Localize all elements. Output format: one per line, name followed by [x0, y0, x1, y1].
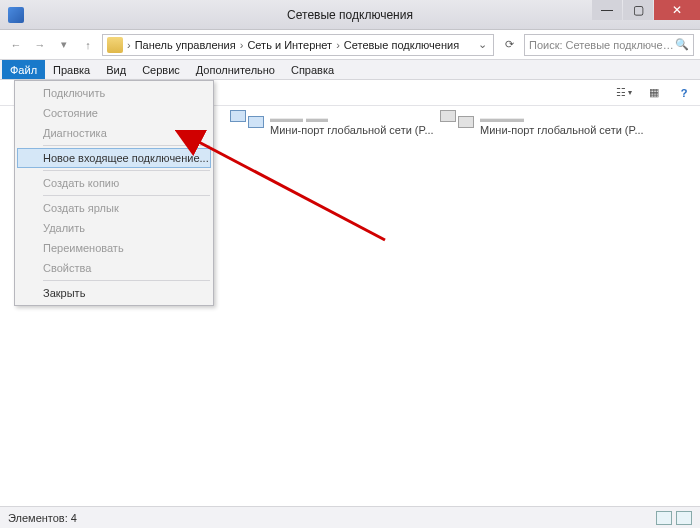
minimize-button[interactable]: —: [592, 0, 622, 20]
search-input[interactable]: Поиск: Сетевые подключения 🔍: [524, 34, 694, 56]
menu-item-rename[interactable]: Переименовать: [17, 238, 211, 258]
menubar: Файл Правка Вид Сервис Дополнительно Спр…: [0, 60, 700, 80]
menu-item-diagnostics[interactable]: Диагностика: [17, 123, 211, 143]
menu-separator: [43, 170, 210, 171]
connection-text: ▬▬▬ ▬▬ Мини-порт глобальной сети (P...: [270, 112, 434, 136]
chevron-right-icon: ›: [334, 39, 342, 51]
details-view-icon[interactable]: [656, 511, 672, 525]
icons-view-icon[interactable]: [676, 511, 692, 525]
window-title: Сетевые подключения: [287, 8, 413, 22]
connection-title: ▬▬▬▬: [480, 112, 644, 124]
connection-item[interactable]: ▬▬▬ ▬▬ Мини-порт глобальной сети (P...: [230, 110, 430, 138]
menu-item-close[interactable]: Закрыть: [17, 283, 211, 303]
help-button[interactable]: ?: [676, 85, 692, 101]
nav-history-dropdown[interactable]: ▾: [54, 35, 74, 55]
status-text: Элементов: 4: [8, 512, 77, 524]
search-icon: 🔍: [675, 38, 689, 51]
menu-separator: [43, 280, 210, 281]
menu-tools[interactable]: Сервис: [134, 60, 188, 79]
connection-item[interactable]: ▬▬▬▬ Мини-порт глобальной сети (P...: [440, 110, 640, 138]
menu-item-new-incoming-connection[interactable]: Новое входящее подключение...: [17, 148, 211, 168]
titlebar: Сетевые подключения — ▢ ✕: [0, 0, 700, 30]
layout-button[interactable]: ▦: [646, 85, 662, 101]
menu-item-copy[interactable]: Создать копию: [17, 173, 211, 193]
network-connection-icon: [440, 110, 474, 138]
menu-item-status[interactable]: Состояние: [17, 103, 211, 123]
breadcrumb-segment[interactable]: Сеть и Интернет: [247, 39, 332, 51]
breadcrumb-dropdown[interactable]: ⌄: [476, 38, 489, 51]
menu-extra[interactable]: Дополнительно: [188, 60, 283, 79]
file-menu-dropdown: Подключить Состояние Диагностика Новое в…: [14, 80, 214, 306]
menu-help[interactable]: Справка: [283, 60, 342, 79]
maximize-button[interactable]: ▢: [623, 0, 653, 20]
connection-subtitle: Мини-порт глобальной сети (P...: [480, 124, 644, 136]
menu-edit[interactable]: Правка: [45, 60, 98, 79]
nav-row: ← → ▾ ↑ › Панель управления › Сеть и Инт…: [0, 30, 700, 60]
view-mode-button[interactable]: ☷▾: [616, 85, 632, 101]
menu-view[interactable]: Вид: [98, 60, 134, 79]
status-bar: Элементов: 4: [0, 506, 700, 528]
window-controls: — ▢ ✕: [591, 0, 700, 20]
menu-separator: [43, 145, 210, 146]
nav-forward-button[interactable]: →: [30, 35, 50, 55]
network-connection-icon: [230, 110, 264, 138]
breadcrumb-segment[interactable]: Сетевые подключения: [344, 39, 459, 51]
menu-item-shortcut[interactable]: Создать ярлык: [17, 198, 211, 218]
menu-file[interactable]: Файл: [2, 60, 45, 79]
menu-separator: [43, 195, 210, 196]
breadcrumb-segment[interactable]: Панель управления: [135, 39, 236, 51]
chevron-right-icon: ›: [125, 39, 133, 51]
menu-item-delete[interactable]: Удалить: [17, 218, 211, 238]
search-placeholder: Поиск: Сетевые подключения: [529, 39, 675, 51]
connection-subtitle: Мини-порт глобальной сети (P...: [270, 124, 434, 136]
refresh-button[interactable]: ⟳: [498, 38, 520, 51]
connection-title: ▬▬▬ ▬▬: [270, 112, 434, 124]
nav-back-button[interactable]: ←: [6, 35, 26, 55]
status-view-icons: [656, 511, 692, 525]
nav-up-button[interactable]: ↑: [78, 35, 98, 55]
folder-icon: [107, 37, 123, 53]
menu-item-connect[interactable]: Подключить: [17, 83, 211, 103]
address-bar[interactable]: › Панель управления › Сеть и Интернет › …: [102, 34, 494, 56]
connection-text: ▬▬▬▬ Мини-порт глобальной сети (P...: [480, 112, 644, 136]
close-button[interactable]: ✕: [654, 0, 700, 20]
app-icon: [8, 7, 24, 23]
menu-item-properties[interactable]: Свойства: [17, 258, 211, 278]
chevron-right-icon: ›: [238, 39, 246, 51]
